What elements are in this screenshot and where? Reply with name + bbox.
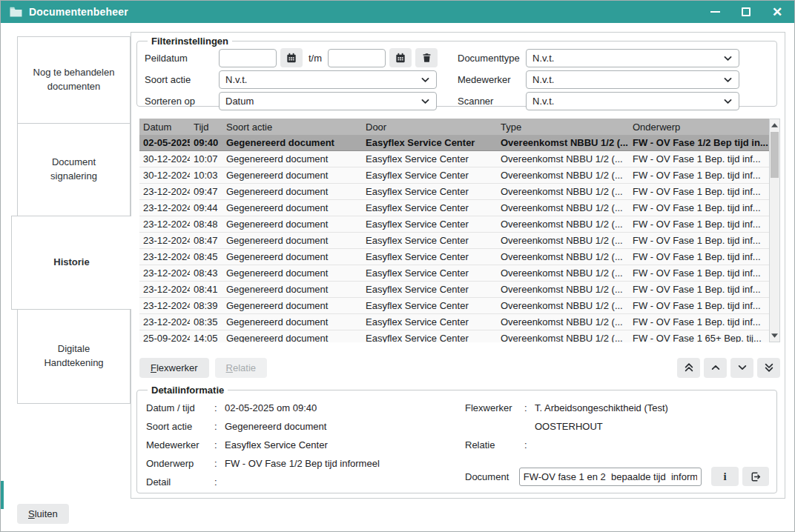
cell-soort-actie: Gegenereerd document bbox=[222, 170, 362, 181]
sorteren-op-select[interactable]: Datum bbox=[219, 92, 437, 110]
table-row[interactable]: 02-05-2025 09:40 Gegenereerd document Ea… bbox=[139, 135, 769, 151]
cell-door: Easyflex Service Center bbox=[362, 251, 497, 262]
minimize-icon[interactable] bbox=[708, 5, 722, 19]
info-icon: i bbox=[723, 471, 726, 483]
historie-panel: Filterinstellingen Peildatum t/m bbox=[131, 32, 785, 499]
table-row[interactable]: 23-12-2024 08:35 Gegenereerd document Ea… bbox=[139, 314, 769, 330]
column-header-type[interactable]: Type bbox=[497, 122, 629, 133]
close-icon[interactable]: ✕ bbox=[771, 5, 784, 19]
last-record-button[interactable] bbox=[757, 358, 780, 378]
detail-value: FW - OV Fase 1/2 Bep tijd informeel bbox=[225, 454, 458, 473]
soort-actie-select[interactable]: N.v.t. bbox=[219, 70, 437, 89]
cell-soort-actie: Gegenereerd document bbox=[222, 153, 362, 164]
cell-tijd: 10:07 bbox=[190, 153, 222, 164]
vertical-scrollbar[interactable] bbox=[769, 119, 780, 342]
detail-row-flexwerker: Flexwerker : T. Arbeidsongeschiktheid (T… bbox=[465, 399, 769, 436]
column-header-door[interactable]: Door bbox=[362, 122, 497, 133]
clear-dates-button[interactable] bbox=[415, 48, 438, 67]
column-header-tijd[interactable]: Tijd bbox=[190, 122, 222, 133]
double-chevron-down-icon bbox=[764, 362, 774, 373]
table-row[interactable]: 23-12-2024 08:48 Gegenereerd document Ea… bbox=[139, 216, 769, 233]
window-title: Documentenbeheer bbox=[29, 6, 128, 18]
sluiten-button[interactable]: Sluiten bbox=[17, 504, 69, 524]
peildatum-to-input[interactable] bbox=[328, 49, 386, 67]
cell-soort-actie: Gegenereerd document bbox=[222, 202, 362, 213]
table-row[interactable]: 23-12-2024 09:47 Gegenereerd document Ea… bbox=[139, 184, 769, 200]
table-row[interactable]: 23-12-2024 08:41 Gegenereerd document Ea… bbox=[139, 282, 769, 298]
flexwerker-city: OOSTERHOUT bbox=[535, 417, 769, 436]
tm-label: t/m bbox=[306, 53, 324, 64]
scroll-up-icon[interactable] bbox=[770, 119, 779, 131]
medewerker-select[interactable]: N.v.t. bbox=[526, 70, 739, 89]
table-row[interactable]: 23-12-2024 08:43 Gegenereerd document Ea… bbox=[139, 265, 769, 282]
relatie-button[interactable]: Relatie bbox=[215, 358, 267, 378]
cell-onderwerp: FW - OV Fase 1 Bep. tijd inf... bbox=[629, 300, 769, 311]
scanner-select[interactable]: N.v.t. bbox=[526, 92, 739, 110]
filter-legend: Filterinstellingen bbox=[148, 36, 232, 47]
detail-value: Easyflex Service Center bbox=[225, 436, 458, 454]
table-row[interactable]: 30-12-2024 10:07 Gegenereerd document Ea… bbox=[139, 151, 769, 167]
soort-actie-label: Soort actie bbox=[145, 74, 219, 85]
next-record-button[interactable] bbox=[730, 358, 753, 378]
documenttype-select[interactable]: N.v.t. bbox=[526, 49, 739, 67]
cell-soort-actie: Gegenereerd document bbox=[222, 251, 362, 262]
peildatum-from-input[interactable] bbox=[219, 49, 277, 67]
cell-door: Easyflex Service Center bbox=[362, 267, 497, 279]
flexwerker-name: T. Arbeidsongeschiktheid (Test) bbox=[535, 399, 769, 417]
table-row[interactable]: 23-12-2024 08:45 Gegenereerd document Ea… bbox=[139, 249, 769, 265]
sidebar-tab-historie[interactable]: Historie bbox=[11, 216, 131, 310]
document-open-button[interactable] bbox=[742, 467, 769, 486]
column-header-soort-actie[interactable]: Soort actie bbox=[222, 122, 362, 133]
cell-tijd: 08:47 bbox=[190, 235, 222, 246]
table-row[interactable]: 30-12-2024 10:03 Gegenereerd document Ea… bbox=[139, 167, 769, 184]
detail-label: Soort actie bbox=[146, 417, 214, 436]
document-filename-input[interactable] bbox=[519, 468, 702, 486]
cell-datum: 25-09-2024 bbox=[139, 333, 190, 342]
document-info-button[interactable]: i bbox=[711, 467, 738, 486]
cell-datum: 23-12-2024 bbox=[139, 235, 190, 246]
peildatum-label: Peildatum bbox=[145, 53, 219, 64]
titlebar: Documentenbeheer ✕ bbox=[1, 1, 794, 23]
scroll-down-icon[interactable] bbox=[770, 330, 779, 342]
cell-datum: 30-12-2024 bbox=[139, 153, 190, 164]
table-row[interactable]: 23-12-2024 09:44 Gegenereerd document Ea… bbox=[139, 200, 769, 216]
cell-onderwerp: FW - OV Fase 1 Bep. tijd inf... bbox=[629, 153, 769, 164]
cell-type: Overeenkomst NBBU 1/2 (... bbox=[497, 235, 629, 246]
detail-label: Relatie bbox=[465, 436, 524, 454]
cell-soort-actie: Gegenereerd document bbox=[222, 137, 362, 148]
calendar-to-button[interactable] bbox=[389, 48, 412, 67]
cell-type: Overeenkomst NBBU 1/2 (... bbox=[497, 284, 629, 295]
cell-door: Easyflex Service Center bbox=[362, 300, 497, 311]
sidebar-tab-digitale-handtekening[interactable]: Digitale Handtekening bbox=[17, 309, 131, 404]
calendar-from-button[interactable] bbox=[280, 48, 303, 67]
sidebar-tab-document-signalering[interactable]: Document signalering bbox=[17, 123, 131, 216]
scrollbar-thumb[interactable] bbox=[771, 132, 779, 178]
column-header-datum[interactable]: Datum bbox=[139, 122, 190, 133]
calendar-icon bbox=[286, 53, 297, 63]
cell-door: Easyflex Service Center bbox=[362, 284, 497, 295]
first-record-button[interactable] bbox=[677, 358, 700, 378]
cell-tijd: 08:45 bbox=[190, 251, 222, 262]
cell-soort-actie: Gegenereerd document bbox=[222, 267, 362, 279]
previous-record-button[interactable] bbox=[704, 358, 727, 378]
cell-type: Overeenkomst NBBU 1/2 (... bbox=[497, 316, 629, 327]
cell-onderwerp: FW - OV Fase 1 Bep. tijd inf... bbox=[629, 316, 769, 327]
detail-fieldset: Detailinformatie Datum / tijd : 02-05-20… bbox=[136, 385, 777, 493]
cell-datum: 23-12-2024 bbox=[139, 219, 190, 230]
cell-soort-actie: Gegenereerd document bbox=[222, 235, 362, 246]
detail-legend: Detailinformatie bbox=[148, 385, 228, 396]
table-row[interactable]: 23-12-2024 08:39 Gegenereerd document Ea… bbox=[139, 298, 769, 314]
cell-tijd: 14:05 bbox=[190, 333, 222, 342]
maximize-icon[interactable] bbox=[739, 5, 753, 19]
chevron-down-icon bbox=[420, 96, 430, 106]
table-row[interactable]: 25-09-2024 14:05 Gegenereerd document Ea… bbox=[139, 330, 769, 342]
table-row[interactable]: 23-12-2024 08:47 Gegenereerd document Ea… bbox=[139, 233, 769, 249]
cell-datum: 02-05-2025 bbox=[139, 137, 190, 148]
cell-datum: 23-12-2024 bbox=[139, 267, 190, 279]
column-header-onderwerp[interactable]: Onderwerp bbox=[629, 122, 769, 133]
flexwerker-button[interactable]: Flexwerker bbox=[139, 358, 209, 378]
colon: : bbox=[214, 399, 225, 417]
chevron-down-icon bbox=[723, 96, 733, 106]
sidebar-tab-nog-te-behandelen[interactable]: Nog te behandelen documenten bbox=[17, 36, 131, 124]
sorteren-op-value: Datum bbox=[225, 96, 254, 107]
